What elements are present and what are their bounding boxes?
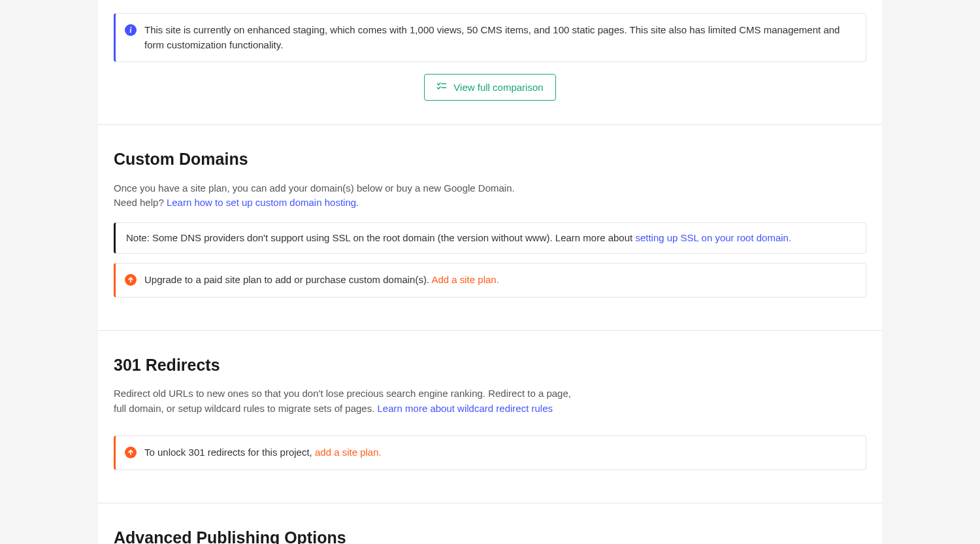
staging-info-alert: i This site is currently on enhanced sta… xyxy=(114,13,866,62)
wildcard-redirect-link[interactable]: Learn more about wildcard redirect rules xyxy=(378,403,553,414)
ssl-note-pre: Note: Some DNS providers don't support u… xyxy=(126,232,635,243)
custom-domains-desc-line2-pre: Need help? xyxy=(114,197,167,208)
settings-panel: i This site is currently on enhanced sta… xyxy=(98,0,882,544)
custom-domains-desc-line2-post: . xyxy=(356,197,359,208)
custom-domains-section: Custom Domains Once you have a site plan… xyxy=(98,147,882,331)
advanced-publishing-section: Advanced Publishing Options ON Enable SS… xyxy=(98,526,882,545)
redirects-section: 301 Redirects Redirect old URLs to new o… xyxy=(98,353,882,503)
add-site-plan-link[interactable]: Add a site plan. xyxy=(431,274,498,285)
upgrade-icon xyxy=(125,274,137,286)
redirects-desc: Redirect old URLs to new ones so that yo… xyxy=(114,386,571,416)
ssl-root-note-alert: Note: Some DNS providers don't support u… xyxy=(114,222,866,254)
upgrade-pre: Upgrade to a paid site plan to add or pu… xyxy=(144,274,431,285)
redirects-title: 301 Redirects xyxy=(114,353,866,378)
ssl-root-domain-link[interactable]: setting up SSL on your root domain. xyxy=(635,232,791,243)
staging-info-text: This site is currently on enhanced stagi… xyxy=(144,23,855,52)
unlock-pre: To unlock 301 redirects for this project… xyxy=(144,447,315,458)
unlock-redirects-alert: To unlock 301 redirects for this project… xyxy=(114,435,866,470)
custom-domains-title: Custom Domains xyxy=(114,147,866,172)
advanced-title: Advanced Publishing Options xyxy=(114,526,866,545)
upgrade-domains-text: Upgrade to a paid site plan to add or pu… xyxy=(144,273,499,288)
ssl-root-note-text: Note: Some DNS providers don't support u… xyxy=(126,231,791,246)
info-icon: i xyxy=(125,24,137,36)
custom-domains-desc: Once you have a site plan, you can add y… xyxy=(114,181,571,211)
compare-button-label: View full comparison xyxy=(453,82,543,93)
learn-custom-domain-link[interactable]: Learn how to set up custom domain hostin… xyxy=(167,197,356,208)
custom-domains-desc-line1: Once you have a site plan, you can add y… xyxy=(114,182,515,194)
view-full-comparison-button[interactable]: View full comparison xyxy=(424,74,555,101)
add-site-plan-redirects-link[interactable]: add a site plan. xyxy=(315,447,382,458)
site-plan-section: i This site is currently on enhanced sta… xyxy=(98,0,882,125)
unlock-redirects-text: To unlock 301 redirects for this project… xyxy=(144,445,382,460)
upgrade-domains-alert: Upgrade to a paid site plan to add or pu… xyxy=(114,263,866,298)
upgrade-icon xyxy=(125,447,137,458)
checklist-icon xyxy=(436,81,447,94)
